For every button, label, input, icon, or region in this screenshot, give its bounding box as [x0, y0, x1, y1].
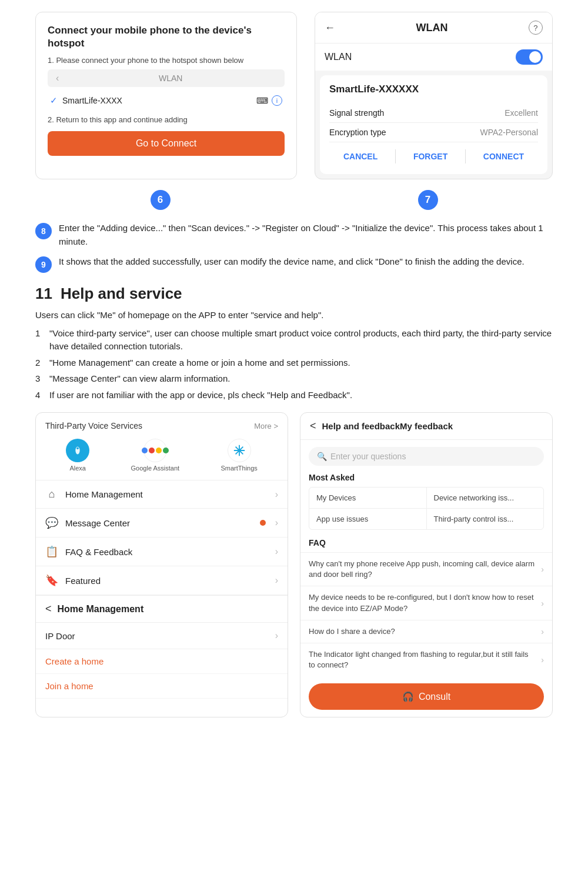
most-asked-cell-1[interactable]: Device networking iss...: [427, 488, 544, 508]
step7-number-container: 7: [303, 190, 553, 210]
list-item-4-num: 4: [35, 389, 45, 402]
step7-circle: 7: [418, 190, 438, 210]
wlan-back-chevron: ‹: [56, 73, 59, 84]
home-management-label: Home Management: [65, 489, 268, 499]
step9-circle: 9: [35, 256, 52, 273]
cancel-button[interactable]: CANCEL: [333, 149, 388, 163]
join-home-link[interactable]: Join a home: [36, 674, 288, 699]
wlan-ssid-item: ✓ SmartLife-XXXX ⌨ i: [48, 92, 285, 109]
faq-chevron-1: ›: [541, 599, 544, 608]
wlan-actions: CANCEL FORGET CONNECT: [329, 142, 538, 166]
search-placeholder-text: Enter your questions: [330, 452, 406, 461]
list-item-2: 2 "Home Management" can create a home or…: [35, 356, 553, 370]
home-mgmt-back-icon[interactable]: <: [45, 603, 52, 615]
faq-item-0[interactable]: Why can't my phone receive App push, inc…: [300, 552, 552, 586]
network-detail-box: SmartLife-XXXXXX Signal strength Excelle…: [320, 75, 547, 174]
message-notification-dot: [260, 520, 266, 526]
voice-services-section: Third-Party Voice Services More > Alexa: [36, 413, 288, 480]
section11-list: 1 "Voice third-party service", user can …: [35, 327, 553, 402]
ip-door-item[interactable]: IP Door ›: [36, 623, 288, 649]
more-link[interactable]: More >: [254, 422, 278, 430]
alexa-icon: [66, 439, 89, 462]
list-item-1-text: "Voice third-party service", user can ch…: [49, 327, 553, 353]
step8-row: 8 Enter the "Adding device..." then "Sca…: [35, 222, 553, 248]
faq-text-0: Why can't my phone receive App push, inc…: [309, 559, 536, 580]
most-asked-cell-2[interactable]: App use issues: [309, 509, 426, 529]
help-back-icon[interactable]: <: [310, 420, 316, 432]
step9-row: 9 It shows that the added successfully, …: [35, 255, 553, 273]
faq-text-2: How do I share a device?: [309, 626, 536, 637]
voice-services-header: Third-Party Voice Services More >: [45, 421, 278, 430]
most-asked-cell-0[interactable]: My Devices: [309, 488, 426, 508]
headset-icon: 🎧: [402, 691, 414, 702]
help-header: < Help and feedbackMy feedback: [300, 413, 552, 440]
help-search-bar[interactable]: 🔍 Enter your questions: [309, 447, 544, 466]
message-chevron-icon: ›: [275, 518, 278, 528]
wlan-header-title: WLAN: [416, 22, 448, 34]
consult-button-label: Consult: [419, 692, 450, 702]
create-home-link[interactable]: Create a home: [36, 649, 288, 674]
most-asked-label: Most Asked: [300, 473, 552, 487]
faq-text-1: My device needs to be re-configured, but…: [309, 592, 536, 613]
faq-item-1[interactable]: My device needs to be re-configured, but…: [300, 586, 552, 619]
menu-item-home[interactable]: ⌂ Home Management ›: [36, 480, 288, 509]
network-ssid: SmartLife-XXXXXX: [329, 84, 538, 95]
google-assistant-icon: [143, 439, 167, 462]
home-chevron-icon: ›: [275, 489, 278, 500]
help-card: < Help and feedbackMy feedback 🔍 Enter y…: [300, 412, 553, 717]
encryption-label: Encryption type: [329, 128, 386, 137]
home-mgmt-title: Home Management: [58, 604, 278, 615]
wlan-help-icon[interactable]: ?: [529, 21, 543, 35]
menu-item-featured[interactable]: 🔖 Featured ›: [36, 566, 288, 595]
featured-chevron-icon: ›: [275, 575, 278, 586]
check-icon: ✓: [50, 95, 58, 106]
signal-label: Signal strength: [329, 108, 384, 118]
encryption-row: Encryption type WPA2-Personal: [329, 123, 538, 142]
wlan-back-arrow[interactable]: ←: [325, 22, 335, 34]
featured-label: Featured: [65, 576, 268, 586]
wlan-bar: ‹ WLAN: [48, 69, 285, 87]
bookmark-icon: 🔖: [45, 574, 58, 587]
google-assistant-label: Google Assistant: [131, 465, 180, 472]
go-connect-button[interactable]: Go to Connect: [48, 131, 285, 156]
list-item-4-text: If user are not familiar with the app or…: [49, 389, 553, 402]
smartthings-icon: [228, 439, 251, 462]
hotspot-card-title: Connect your mobile phone to the device'…: [48, 24, 285, 50]
voice-services-icons: Alexa Google Assistant: [45, 439, 278, 472]
most-asked-cell-3[interactable]: Third-party control iss...: [427, 509, 544, 529]
help-header-title: Help and feedbackMy feedback: [322, 421, 453, 431]
consult-button[interactable]: 🎧 Consult: [309, 683, 544, 710]
connect-button[interactable]: CONNECT: [473, 149, 534, 163]
forget-button[interactable]: FORGET: [403, 149, 458, 163]
home-management-section: < Home Management IP Door › Create a hom…: [36, 595, 288, 699]
smartthings-item[interactable]: SmartThings: [220, 439, 257, 472]
list-item-4: 4 If user are not familiar with the app …: [35, 389, 553, 402]
faq-item-3[interactable]: The Indicator light changed from flashin…: [300, 643, 552, 676]
hotspot-step2-text: 2. Return to this app and continue addin…: [48, 115, 285, 124]
ip-door-label: IP Door: [45, 631, 269, 641]
search-icon: 🔍: [317, 452, 327, 461]
hotspot-step1-text: 1. Please connect your phone to the hots…: [48, 56, 285, 65]
faq-item-2[interactable]: How do I share a device? ›: [300, 620, 552, 643]
google-assistant-item[interactable]: Google Assistant: [131, 439, 180, 472]
section11-title: Help and service: [61, 285, 182, 303]
info-icon: i: [272, 95, 282, 106]
encryption-value: WPA2-Personal: [480, 128, 538, 137]
service-card: Third-Party Voice Services More > Alexa: [35, 412, 288, 717]
svg-point-3: [238, 449, 241, 452]
wlan-detail-card: ← WLAN ? WLAN SmartLife-XXXXXX Signal st…: [315, 12, 553, 179]
alexa-item[interactable]: Alexa: [66, 439, 89, 472]
voice-services-title: Third-Party Voice Services: [45, 421, 142, 430]
menu-item-message[interactable]: 💬 Message Center ›: [36, 509, 288, 538]
signal-value: Excellent: [505, 108, 538, 118]
alexa-label: Alexa: [69, 465, 86, 472]
wlan-toggle-switch[interactable]: [516, 49, 543, 65]
menu-item-faq[interactable]: 📋 FAQ & Feedback ›: [36, 538, 288, 566]
step6-circle: 6: [151, 190, 171, 210]
list-item-2-num: 2: [35, 356, 45, 370]
section11-number: 11: [35, 285, 52, 303]
wlan-detail-header: ← WLAN ?: [315, 12, 552, 44]
message-icon: 💬: [45, 516, 58, 529]
section11-heading: 11 Help and service: [35, 285, 553, 303]
step8-circle: 8: [35, 223, 52, 239]
